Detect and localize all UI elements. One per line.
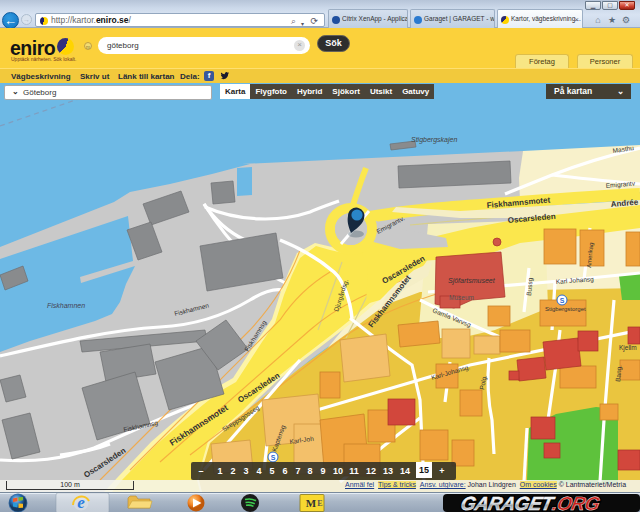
svg-text:Fiskhamnen: Fiskhamnen xyxy=(47,302,85,309)
svg-text:Stigbergstorget: Stigbergstorget xyxy=(545,306,586,312)
svg-text:Kjellm: Kjellm xyxy=(619,344,637,352)
svg-text:E: E xyxy=(317,499,322,508)
svg-text:Sjöfartsmuseet: Sjöfartsmuseet xyxy=(448,277,496,285)
svg-text:GARAGET.ORG: GARAGET.ORG xyxy=(459,494,602,512)
svg-text:Stigbergskajen: Stigbergskajen xyxy=(411,136,457,144)
svg-text:S: S xyxy=(271,454,276,461)
svg-text:Museum: Museum xyxy=(449,294,474,301)
svg-text:S: S xyxy=(560,297,565,304)
svg-text:M: M xyxy=(306,497,317,509)
